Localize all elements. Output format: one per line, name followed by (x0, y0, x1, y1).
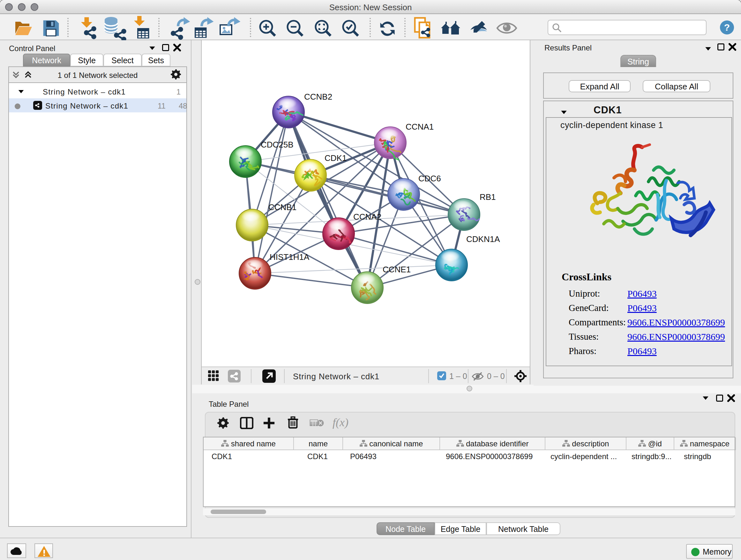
svg-text:CDK1: CDK1 (325, 153, 347, 163)
svg-text:RB1: RB1 (480, 192, 496, 202)
svg-text:CCNA1: CCNA1 (406, 122, 434, 132)
svg-text:CDC6: CDC6 (418, 174, 441, 183)
svg-text:CCNB1: CCNB1 (268, 202, 296, 212)
svg-text:CCNB2: CCNB2 (304, 92, 332, 102)
svg-text:CDC25B: CDC25B (261, 140, 293, 149)
svg-text:HIST1H1A: HIST1H1A (270, 252, 310, 262)
svg-text:CCNE1: CCNE1 (383, 265, 411, 274)
svg-text:CDKN1A: CDKN1A (466, 234, 500, 244)
svg-text:CCNA2: CCNA2 (353, 212, 381, 222)
